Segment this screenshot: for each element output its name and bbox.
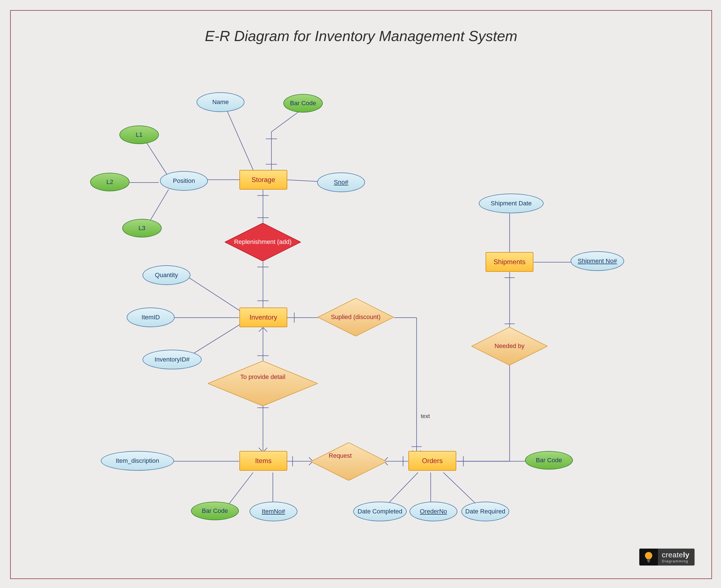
edge-label-text: text	[421, 413, 430, 419]
rel-provide-detail-label: To provide detail	[232, 374, 294, 393]
entity-orders: Orders	[408, 451, 456, 471]
attr-orders-date-completed: Date Completed	[353, 502, 407, 521]
attr-storage-position: Position	[160, 171, 208, 191]
attr-inventory-itemid: ItemID	[127, 308, 175, 327]
diagram-canvas: E-R Diagram for Inventory Management Sys…	[10, 10, 712, 579]
attr-items-description: Item_discription	[101, 451, 174, 471]
rel-request-label: Request	[320, 453, 377, 470]
rel-needed-by-label: Needed by	[486, 343, 533, 350]
svg-line-0	[225, 106, 256, 176]
diagram-title: E-R Diagram for Inventory Management Sys…	[11, 27, 712, 44]
lightbulb-icon	[639, 549, 658, 566]
attr-position-l1: L1	[119, 125, 159, 144]
entity-inventory-label: Inventory	[249, 313, 277, 321]
entity-items: Items	[239, 451, 287, 471]
attr-storage-barcode: Bar Code	[283, 94, 323, 112]
entity-storage: Storage	[239, 170, 287, 190]
attr-position-l2: L2	[90, 173, 129, 191]
entity-storage-label: Storage	[252, 176, 275, 184]
rel-provide-detail: To provide detail	[208, 361, 318, 406]
attr-orders-barcode: Bar Code	[525, 451, 573, 469]
attr-inventory-inventoryid: InventoryID#	[142, 350, 202, 370]
entity-inventory: Inventory	[239, 308, 287, 327]
attr-inventory-quantity: Quantity	[142, 265, 191, 285]
svg-rect-48	[647, 559, 650, 560]
svg-line-14	[185, 275, 242, 312]
entity-shipments: Shipments	[485, 252, 534, 272]
entity-orders-label: Orders	[422, 457, 442, 465]
attr-storage-name: Name	[197, 92, 244, 112]
rel-supplied: Suplied (discount)	[318, 298, 394, 336]
connectors-layer	[11, 11, 712, 579]
rel-replenishment-label: Replenishment (add)	[226, 238, 300, 245]
rel-needed-by: Needed by	[472, 327, 547, 365]
creately-logo-text: creately Diagramming	[658, 549, 695, 566]
entity-items-label: Items	[255, 457, 272, 465]
page: E-R Diagram for Inventory Management Sys…	[0, 0, 721, 588]
svg-rect-50	[648, 562, 649, 562]
attr-storage-sno: Sno#	[317, 172, 365, 192]
svg-line-5	[143, 138, 168, 177]
creately-logo: creately Diagramming	[639, 549, 695, 566]
attr-orders-orderno: OrederNo	[409, 502, 457, 521]
attr-shipments-date: Shipment Date	[479, 193, 544, 213]
svg-rect-49	[647, 561, 650, 561]
attr-position-l3: L3	[122, 219, 162, 237]
attr-orders-date-required: Date Required	[461, 502, 509, 521]
entity-shipments-label: Shipments	[494, 258, 525, 266]
rel-replenishment: Replenishment (add)	[225, 223, 301, 261]
attr-shipments-no: Shipment No#	[570, 251, 624, 271]
rel-supplied-label: Suplied (discount)	[322, 314, 389, 320]
rel-request: Request	[311, 443, 387, 481]
attr-items-itemno: ItemNo#	[249, 502, 297, 521]
attr-items-barcode: Bar Code	[191, 502, 239, 520]
